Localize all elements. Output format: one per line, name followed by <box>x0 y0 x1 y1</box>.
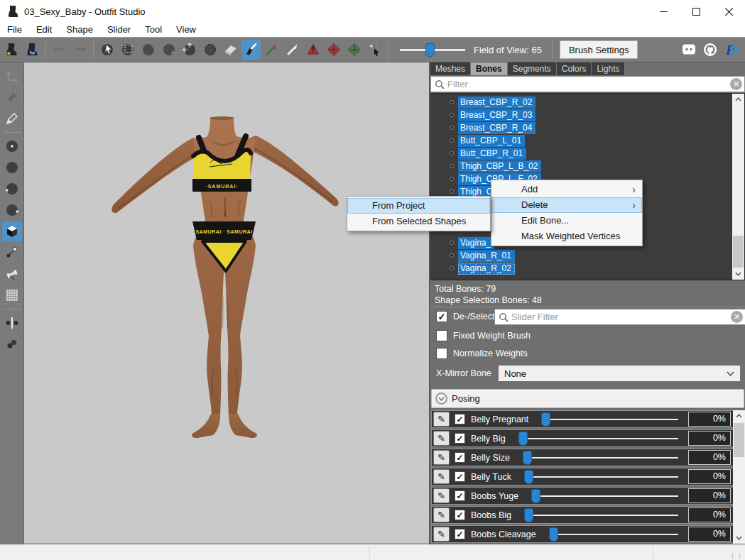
bone-list-scrollbar[interactable] <box>732 94 744 280</box>
edit-slider-icon[interactable]: ✎ <box>433 488 450 503</box>
slider-handle[interactable] <box>549 527 558 542</box>
discord-icon[interactable] <box>678 40 700 60</box>
scroll-up-icon[interactable] <box>732 94 744 105</box>
view-back-icon[interactable] <box>2 158 22 177</box>
context-menu-item[interactable]: Edit Bone... <box>491 213 642 229</box>
view-front-icon[interactable] <box>2 136 22 156</box>
weld-vertices-icon[interactable] <box>2 334 22 354</box>
slider-list-scrollbar[interactable] <box>733 410 745 544</box>
color-brush-icon[interactable] <box>262 40 281 60</box>
submenu-item[interactable]: From Selected Shapes <box>347 214 490 229</box>
slider-track[interactable] <box>549 534 678 535</box>
slider-value[interactable]: 0% <box>688 412 731 427</box>
slider-handle[interactable] <box>531 489 540 503</box>
deflate-brush-icon[interactable] <box>159 40 178 60</box>
menu-slider[interactable]: Slider <box>100 23 138 37</box>
slider-track[interactable] <box>524 515 678 516</box>
slider-checkbox[interactable]: ✓ <box>455 510 465 520</box>
red-diamond-icon[interactable] <box>324 40 343 60</box>
view-right-icon[interactable] <box>2 200 22 220</box>
fov-slider-handle[interactable] <box>425 43 435 57</box>
slider-handle[interactable] <box>524 508 533 522</box>
mask-brush-icon[interactable] <box>118 40 137 60</box>
move-brush-icon[interactable] <box>180 40 199 60</box>
slider-track[interactable] <box>531 495 678 497</box>
edit-slider-icon[interactable]: ✎ <box>433 412 450 427</box>
bone-item[interactable]: Thigh_CBP_L_B_02 <box>431 160 744 172</box>
scroll-thumb[interactable] <box>733 236 744 268</box>
slider-track[interactable] <box>518 438 678 439</box>
menu-tool[interactable]: Tool <box>138 23 169 37</box>
slider-checkbox[interactable]: ✓ <box>455 433 465 444</box>
menu-shape[interactable]: Shape <box>59 23 100 37</box>
context-menu-item[interactable]: Mask Weighted Vertices <box>491 229 642 244</box>
resize-grip[interactable]: ⋮⋮ <box>729 551 744 559</box>
submenu-item[interactable]: From Project <box>347 198 490 214</box>
mirror-icon[interactable] <box>2 313 22 333</box>
slider-checkbox[interactable]: ✓ <box>455 414 465 424</box>
deselect-sliders-checkbox[interactable]: ✓ <box>436 311 447 322</box>
menu-view[interactable]: View <box>169 23 203 37</box>
bone-filter-input[interactable] <box>445 79 730 89</box>
slider-value[interactable]: 0% <box>688 527 731 542</box>
normalize-weights-checkbox[interactable] <box>436 348 447 359</box>
fixed-weight-brush-checkbox[interactable] <box>436 330 447 341</box>
slider-value[interactable]: 0% <box>688 431 731 446</box>
edit-slider-icon[interactable]: ✎ <box>433 431 450 446</box>
bone-item[interactable]: Butt_CBP_L_01 <box>431 134 744 147</box>
tab-meshes[interactable]: Meshes <box>430 62 471 75</box>
slider-value[interactable]: 0% <box>688 469 731 484</box>
edit-slider-icon[interactable]: ✎ <box>433 469 450 484</box>
slider-value[interactable]: 0% <box>688 488 731 503</box>
vertex-edit-icon[interactable] <box>2 243 22 263</box>
select-tool-icon[interactable] <box>97 40 116 60</box>
new-project-icon[interactable] <box>2 40 21 60</box>
github-icon[interactable] <box>700 40 721 60</box>
slider-handle[interactable] <box>518 432 528 446</box>
weight-brush-icon[interactable] <box>241 40 261 60</box>
collapse-chevron-icon[interactable] <box>435 392 447 405</box>
slider-value[interactable]: 0% <box>688 450 731 465</box>
slider-value[interactable]: 0% <box>688 507 731 522</box>
scroll-thumb[interactable] <box>734 423 744 457</box>
slider-track[interactable] <box>541 419 678 420</box>
scroll-down-icon[interactable] <box>733 532 745 544</box>
brush-settings-button[interactable]: Brush Settings <box>560 40 638 59</box>
pencil-tool-icon[interactable] <box>2 109 22 128</box>
maximize-button[interactable] <box>680 0 712 23</box>
tab-segments[interactable]: Segments <box>508 62 557 75</box>
close-button[interactable] <box>712 0 745 23</box>
perspective-view-icon[interactable] <box>2 221 22 241</box>
field-of-view-slider[interactable] <box>400 43 465 57</box>
menu-file[interactable]: File <box>0 23 29 37</box>
minimize-button[interactable] <box>647 0 680 23</box>
green-diamond-icon[interactable] <box>344 40 364 60</box>
slider-handle[interactable] <box>523 451 532 465</box>
slider-checkbox[interactable]: ✓ <box>455 490 465 501</box>
slider-handle[interactable] <box>524 470 533 484</box>
xmirror-bone-dropdown[interactable]: None <box>498 365 741 382</box>
tab-lights[interactable]: Lights <box>592 62 625 75</box>
bone-item[interactable]: Breast_CBP_R_03 <box>431 109 744 121</box>
pose-pointer-icon[interactable] <box>365 40 384 60</box>
menu-edit[interactable]: Edit <box>29 23 59 37</box>
edit-slider-icon[interactable]: ✎ <box>433 507 450 522</box>
alpha-brush-icon[interactable] <box>283 40 302 60</box>
slider-track[interactable] <box>524 476 678 478</box>
wireframe-grid-icon[interactable] <box>2 285 22 305</box>
load-project-icon[interactable] <box>23 40 42 60</box>
scroll-up-icon[interactable] <box>733 410 745 422</box>
context-menu-item[interactable]: Delete› <box>491 197 642 213</box>
collision-brush-icon[interactable] <box>303 40 322 60</box>
normalize-weights-option[interactable]: Normalize Weights <box>436 348 528 359</box>
clear-filter-icon[interactable]: ✕ <box>730 78 742 90</box>
slider-track[interactable] <box>523 457 678 459</box>
edit-slider-icon[interactable]: ✎ <box>433 450 450 465</box>
bone-item[interactable]: Breast_CBP_R_02 <box>431 96 744 109</box>
bone-item[interactable]: Breast_CBP_R_04 <box>431 121 744 134</box>
context-menu-item[interactable]: Add› <box>491 182 642 197</box>
posing-section-header[interactable]: Posing <box>431 389 744 408</box>
show-bones-icon[interactable] <box>2 264 22 284</box>
slider-checkbox[interactable]: ✓ <box>455 529 465 539</box>
eraser-brush-icon[interactable] <box>221 40 240 60</box>
